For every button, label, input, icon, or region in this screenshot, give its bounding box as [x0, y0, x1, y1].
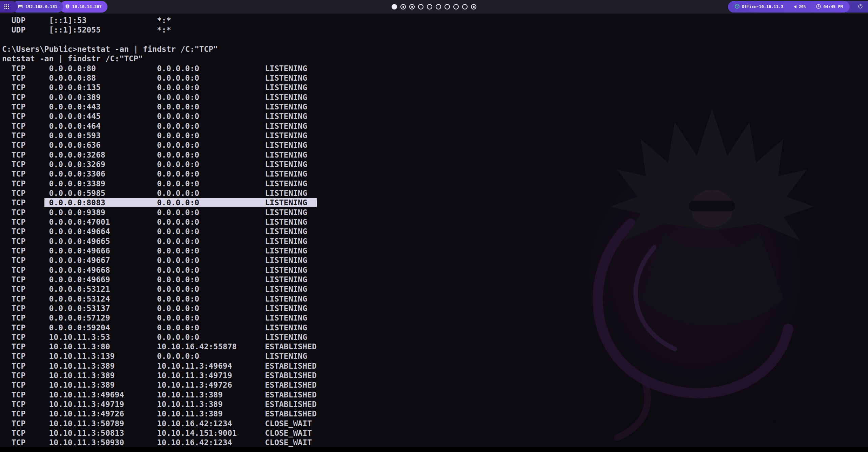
workspace-dot-8[interactable]	[453, 4, 459, 9]
volume-module[interactable]: 20%	[794, 4, 806, 9]
time-label: 04:45 PM	[823, 4, 843, 9]
wallpaper-artwork	[485, 78, 868, 447]
host-label: Office-10.10.11.3	[742, 4, 784, 9]
volume-level: 20%	[799, 4, 806, 9]
tab-label: 192.168.0.181	[25, 4, 57, 9]
shield-icon	[65, 4, 70, 10]
host-module: Office-10.10.11.3	[735, 4, 784, 10]
tab-host-192-168-0-181[interactable]: 192.168.0.181	[12, 1, 63, 13]
desktop: 192.168.0.181 10.10.14.207	[0, 0, 868, 452]
workspace-dot-7[interactable]	[445, 4, 450, 9]
selected-text: 0.0.0.0:8083 0.0.0.0:0 LISTENING	[44, 198, 317, 207]
top-bar: 192.168.0.181 10.10.14.207	[0, 0, 868, 14]
screen-bottom-edge	[0, 447, 868, 452]
workspace-dot-5[interactable]	[427, 4, 432, 9]
ethernet-icon	[18, 4, 23, 9]
workspace-dot-9[interactable]	[462, 4, 468, 9]
grid-icon	[4, 4, 9, 10]
apps-launcher-button[interactable]	[0, 1, 18, 13]
workspace-dot-2[interactable]	[400, 4, 406, 9]
status-pill: Office-10.10.11.3 20% 04:45 PM	[728, 1, 850, 13]
clock-module[interactable]: 04:45 PM	[816, 4, 843, 10]
tab-host-10-10-14-207[interactable]: 10.10.14.207	[60, 1, 107, 13]
tab-label: 10.10.14.207	[72, 4, 102, 9]
cube-icon	[735, 4, 739, 10]
terminal-screen[interactable]: UDP [::1]:53 *:* UDP [::1]:52055 *:* C:\…	[0, 14, 868, 452]
bar-right-cluster: Office-10.10.11.3 20% 04:45 PM	[728, 0, 868, 14]
bar-left-cluster: 192.168.0.181 10.10.14.207	[0, 0, 107, 14]
workspace-indicators	[392, 0, 476, 14]
workspace-dot-10[interactable]	[471, 4, 476, 9]
workspace-dot-3[interactable]	[409, 4, 415, 9]
speaker-muted-icon	[794, 5, 796, 8]
clock-icon	[816, 4, 821, 10]
workspace-dot-1[interactable]	[392, 4, 397, 9]
workspace-dot-4[interactable]	[418, 4, 423, 9]
power-icon	[858, 4, 863, 10]
workspace-dot-6[interactable]	[436, 4, 441, 9]
netstat-output: UDP [::1]:53 *:* UDP [::1]:52055 *:* C:\…	[2, 16, 317, 448]
